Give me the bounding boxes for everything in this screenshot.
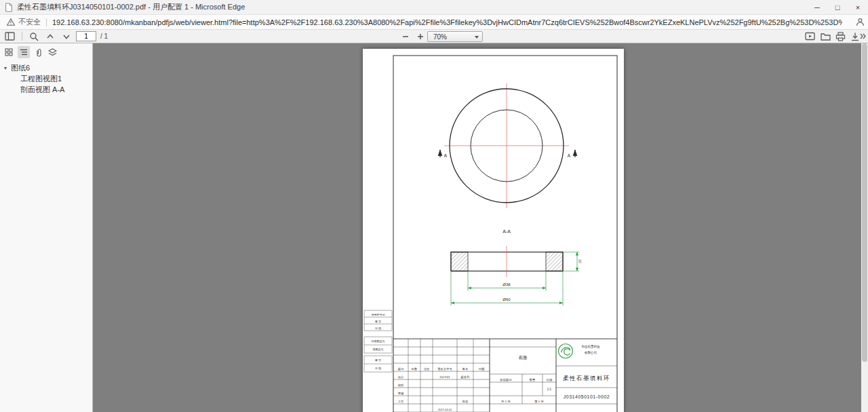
outline-item-root[interactable]: ▾ 图纸6 [0,62,93,73]
zoom-out-button[interactable] [399,30,412,42]
tb-row-review: 审核 [398,392,404,395]
tb-header-sign: 签名 [462,367,469,371]
url-text[interactable]: 192.168.63.230:8080/mkanban/pdfjs/web/vi… [52,18,842,26]
profile-icon[interactable] [855,17,865,27]
print-icon [835,32,846,41]
pdf-file-icon [5,3,13,12]
pdf-page: A A A-A [363,49,624,412]
next-page-button[interactable] [60,30,73,42]
content-area: ▾ 图纸6 工程图视图1 剖面视图 A-A [0,43,868,412]
search-icon [29,32,39,41]
thumbnails-view-button[interactable] [3,46,15,58]
browser-window: 柔性石墨填料环J0314050101-0002.pdf - 用户配置 1 - M… [0,0,868,412]
margin-date-label: 日 期 [375,327,381,330]
tb-bottom-date: 2017-03-01 [438,408,452,411]
margin-master-label: 底图总号 [373,348,384,351]
layers-view-button[interactable] [46,46,58,58]
pdf-toolbar: / 1 70% [0,30,868,43]
print-button[interactable] [833,30,847,42]
vertical-scrollbar[interactable] [861,43,868,412]
margin-date2-label: 日 期 [375,367,381,370]
dim-outer-diameter: Ø60 [502,297,511,302]
tb-row-check: 校对 [398,384,404,387]
attachments-view-button[interactable] [33,46,45,58]
zoom-select[interactable]: 70% [427,31,483,42]
outline-list-icon [20,48,28,56]
window-controls: ─ □ × [807,0,868,15]
tb-sheet-no: 第 1 张 [534,400,544,403]
margin-blocks: 借用件登记 签 字 日 期 旧底图总号 底图总号 签 字 日 期 [364,310,392,372]
window-title: 柔性石墨填料环J0314050101-0002.pdf - 用户配置 1 - M… [17,2,245,12]
outline-item-label: 工程图视图1 [20,74,62,84]
layers-icon [48,48,57,56]
tb-part-name: 柔性石墨填料环 [563,375,610,382]
tb-row-design: 设计 [398,375,404,379]
page-count-label: / 1 [100,33,108,40]
section-marker-left: A [444,153,448,158]
section-view: A-A [451,229,563,277]
pdf-viewer[interactable]: A A A-A [93,43,868,412]
presentation-mode-button[interactable] [803,30,816,42]
tree-caret-icon[interactable]: ▾ [4,65,11,71]
title-bar: 柔性石墨填料环J0314050101-0002.pdf - 用户配置 1 - M… [0,0,868,15]
previous-page-button[interactable] [43,30,57,42]
presentation-mode-icon [805,32,815,41]
tb-row-standard: 标准化 [461,375,471,379]
tb-row-process: 工艺 [398,400,404,403]
scrollbar-thumb[interactable] [862,43,867,362]
tb-header-date: 日期 [479,367,485,371]
tb-qty-label: 数量 [530,378,536,382]
section-view-label: A-A [502,229,511,234]
tb-company-line2: 有限公司 [585,350,597,354]
double-chevron-icon [859,33,867,40]
outline-view-button[interactable] [18,46,30,58]
minus-icon [401,33,410,41]
dim-inner-diameter: Ø38 [502,283,511,287]
outline-item-section[interactable]: 剖面视图 A-A [0,84,93,95]
minimize-button[interactable]: ─ [807,0,827,15]
sidebar-toggle-button[interactable] [3,30,16,42]
top-view: A A [440,83,575,208]
tb-sheet-total: 共 1 张 [501,400,511,403]
outline-item-view1[interactable]: 工程图视图1 [0,73,93,84]
margin-sign2-label: 签 字 [375,358,381,362]
sidebar-header [0,43,93,61]
outline-item-label: 图纸6 [11,63,30,73]
title-block: 标记 处数 分区 更改文件号 签名 日期 设计 2017/3/1 标准化 校对 … [393,339,617,412]
dim-thickness: 10 [578,260,582,264]
tb-row-approve: 批准 [462,400,469,403]
tb-header-count: 处数 [412,367,418,371]
sidebar-toggle-icon [5,32,15,41]
address-bar: 不安全 192.168.63.230:8080/mkanban/pdfjs/we… [0,15,868,30]
tb-drawing-number: J0314050101-0002 [564,394,610,399]
thumbnails-icon [5,48,13,56]
security-label: 不安全 [18,17,41,27]
maximize-button[interactable]: □ [827,0,848,15]
outline-tree: ▾ 图纸6 工程图视图1 剖面视图 A-A [0,62,93,95]
sidebar: ▾ 图纸6 工程图视图1 剖面视图 A-A [0,43,93,412]
open-file-icon [821,32,831,41]
more-tools-button[interactable] [859,30,867,42]
find-button[interactable] [27,30,41,42]
tb-header-docno: 更改文件号 [437,367,452,371]
zoom-caret-icon [475,36,479,39]
chevron-down-icon [62,33,71,41]
zoom-in-button[interactable] [414,30,427,42]
address-separator [46,18,47,26]
warning-triangle-icon [7,18,15,26]
open-file-button[interactable] [818,30,832,42]
tb-stage-label: 阶段标记 [500,378,512,382]
drawing-frame [393,56,617,412]
margin-sign-label: 签 字 [375,320,381,323]
tb-scale-label: 比例 [547,378,553,382]
engineering-drawing: A A A-A [363,49,624,412]
margin-old-master-label: 旧底图总号 [372,339,385,343]
plus-icon [416,33,425,41]
page-number-input[interactable] [76,31,96,41]
tb-material: 石墨 [519,355,528,360]
close-button[interactable]: × [848,0,868,15]
outline-item-label: 剖面视图 A-A [20,85,64,95]
paperclip-icon [35,48,43,57]
security-chip[interactable]: 不安全 [7,17,41,27]
company-logo [559,344,573,358]
